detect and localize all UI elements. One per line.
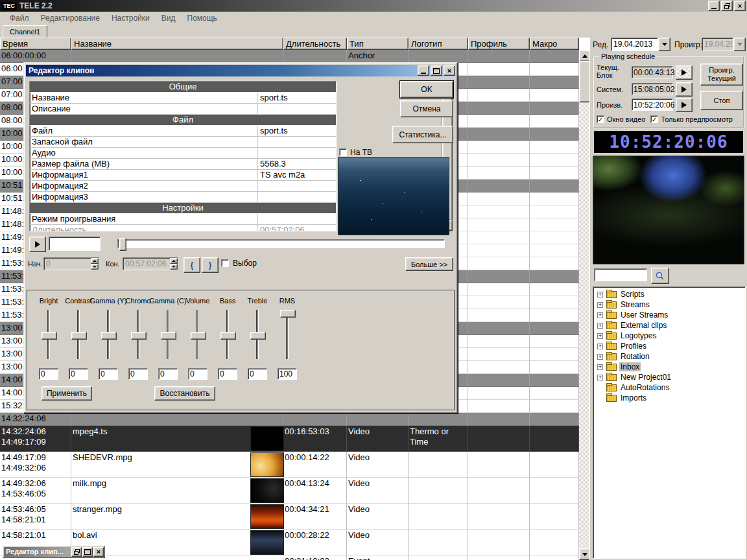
mini-close-button[interactable]: ×	[93, 547, 104, 557]
slider-thumb[interactable]	[71, 332, 87, 340]
slider-track[interactable]	[161, 310, 175, 359]
seek-slider-thumb[interactable]	[119, 238, 126, 251]
mini-restore-button[interactable]	[71, 547, 82, 557]
property-row[interactable]: Режим проигрывания	[30, 214, 336, 225]
dialog-minimize-button[interactable]	[418, 65, 429, 76]
schedule-row[interactable]: 14:32:24:06	[0, 413, 579, 426]
expand-icon[interactable]: +	[597, 354, 603, 360]
playout-time-field[interactable]: 10:52:20:06	[632, 99, 673, 111]
edit-date-combo[interactable]: 19.04.2013	[611, 38, 670, 51]
slider-track[interactable]	[131, 310, 145, 359]
cancel-button[interactable]: Отмена	[400, 100, 453, 117]
preview-only-checkbox[interactable]: ✓	[650, 115, 658, 123]
property-value[interactable]	[258, 214, 336, 224]
slider-value[interactable]: 0	[69, 368, 88, 380]
apply-button[interactable]: Применить	[42, 386, 92, 401]
tree-item-rotation[interactable]: +Rotation	[593, 351, 745, 362]
schedule-row[interactable]: 14:49:32:06 14:53:46:05milk.mpg00:04:13:…	[0, 478, 579, 504]
scroll-thumb[interactable]	[579, 61, 589, 102]
expand-icon[interactable]: +	[597, 344, 603, 349]
schedule-row[interactable]: 06:00:00:00Anchor	[0, 50, 579, 63]
slider-track[interactable]	[191, 310, 205, 359]
mini-maximize-button[interactable]	[82, 547, 93, 557]
edit-date-dropdown-icon[interactable]	[658, 38, 670, 51]
tree-item-streams[interactable]: +Streams	[593, 299, 745, 310]
tree-item-autorotations[interactable]: AutoRotations	[593, 382, 745, 393]
slider-value[interactable]: 0	[248, 368, 267, 380]
slider-thumb[interactable]	[131, 332, 147, 340]
property-value[interactable]	[258, 104, 336, 114]
table-scrollbar[interactable]	[579, 50, 589, 560]
tab-channel1[interactable]: Channel1	[3, 25, 47, 38]
mark-out-button[interactable]: }	[202, 257, 219, 273]
tree-item-imports[interactable]: Imports	[593, 393, 745, 403]
property-row[interactable]: Запасной файл	[30, 137, 336, 148]
slider-value[interactable]: 0	[128, 368, 148, 380]
restore-button[interactable]	[721, 1, 733, 11]
property-row[interactable]: Информация2	[30, 181, 336, 192]
menu-item-3[interactable]: Вид	[156, 12, 182, 24]
expand-icon[interactable]: +	[597, 312, 603, 318]
property-row[interactable]: Информация1TS avc m2a	[30, 170, 336, 181]
tree-item-user-streams[interactable]: +User Streams	[593, 310, 745, 320]
dialog-play-button[interactable]	[29, 237, 46, 252]
slider-track[interactable]	[42, 310, 56, 359]
property-row[interactable]: Названиеsport.ts	[30, 93, 336, 104]
slider-track[interactable]	[250, 310, 265, 359]
property-value[interactable]: 00:57:02:06	[258, 225, 336, 231]
scroll-down-button[interactable]	[579, 548, 589, 560]
property-row[interactable]: Информация3	[30, 192, 336, 203]
play-block-button[interactable]	[676, 65, 693, 80]
property-value[interactable]	[258, 148, 336, 158]
position-input[interactable]	[49, 237, 101, 251]
statistics-button[interactable]: Статистика...	[392, 126, 453, 143]
property-value[interactable]	[258, 192, 336, 202]
menu-item-4[interactable]: Помощь	[182, 12, 223, 24]
slider-track[interactable]	[71, 310, 86, 359]
tree-item-external-clips[interactable]: +External clips	[593, 320, 745, 331]
slider-value[interactable]: 0	[218, 368, 237, 380]
slider-value[interactable]: 0	[158, 368, 178, 380]
search-button[interactable]	[651, 268, 669, 284]
mark-in-button[interactable]: {	[184, 257, 200, 273]
schedule-row[interactable]: 14:53:46:05 14:58:21:01stranger.mpg00:04…	[0, 504, 579, 530]
schedule-row[interactable]: 14:32:24:06 14:49:17:09mpeg4.ts00:16:53:…	[0, 426, 579, 452]
slider-thumb[interactable]	[42, 332, 57, 340]
property-row[interactable]: Длительность00:57:02:06	[30, 225, 336, 231]
slider-value[interactable]: 0	[188, 368, 208, 380]
search-input[interactable]	[594, 268, 647, 281]
slider-thumb[interactable]	[161, 332, 176, 340]
play-playout-button[interactable]	[676, 98, 693, 112]
slider-thumb[interactable]	[101, 332, 117, 340]
ok-button[interactable]: OK	[400, 81, 453, 98]
menu-item-0[interactable]: Файл	[4, 12, 35, 24]
slider-track[interactable]	[220, 310, 235, 359]
slider-value[interactable]: 0	[99, 368, 118, 380]
slider-thumb[interactable]	[280, 310, 296, 318]
slider-track[interactable]	[101, 310, 115, 359]
property-row[interactable]: Файлsport.ts	[30, 126, 336, 137]
dialog-maximize-button[interactable]	[431, 65, 442, 76]
slider-value[interactable]: 0	[39, 368, 58, 380]
property-row[interactable]: Размер файла (MB)5568.3	[30, 159, 336, 170]
minimize-button[interactable]	[708, 1, 720, 11]
tree-item-new-project01[interactable]: +New Project01	[593, 372, 745, 382]
menu-item-1[interactable]: Редактирование	[35, 12, 106, 24]
tree-item-profiles[interactable]: +Profiles	[593, 341, 745, 351]
property-value[interactable]: sport.ts	[258, 93, 336, 103]
stop-button[interactable]: Стоп	[700, 91, 743, 110]
expand-icon[interactable]: +	[597, 333, 603, 339]
seek-slider[interactable]	[117, 239, 445, 248]
menu-item-2[interactable]: Настройки	[106, 12, 156, 24]
expand-icon[interactable]: +	[597, 302, 603, 308]
expand-icon[interactable]: +	[597, 364, 603, 370]
slider-track[interactable]	[280, 310, 294, 359]
play-system-button[interactable]	[676, 82, 693, 97]
slider-thumb[interactable]	[250, 332, 266, 340]
video-window-checkbox[interactable]: ✓	[597, 115, 604, 123]
play-current-button[interactable]: Проигр. Текущий	[700, 64, 743, 86]
expand-icon[interactable]: +	[597, 323, 603, 329]
property-value[interactable]: TS avc m2a	[258, 170, 336, 180]
expand-icon[interactable]: +	[597, 375, 603, 380]
close-button[interactable]: ×	[734, 1, 746, 11]
